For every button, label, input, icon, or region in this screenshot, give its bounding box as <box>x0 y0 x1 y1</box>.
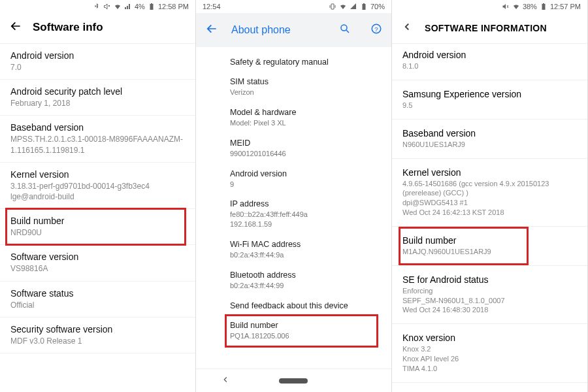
header-bar: SOFTWARE INFORMATION <box>392 13 587 44</box>
back-icon[interactable] <box>9 20 22 35</box>
row-value: M1AJQ.N960U1UES1ARJ9 <box>402 247 577 257</box>
settings-row[interactable]: Software statusOfficial <box>0 282 195 318</box>
settings-row[interactable]: Wi-Fi MAC addressb0:2a:43:ff:44:9a <box>196 235 391 265</box>
help-icon[interactable]: ? <box>370 23 382 37</box>
row-label: Knox version <box>402 333 577 343</box>
battery-icon <box>360 3 368 10</box>
settings-row[interactable]: IP addressfe80::b22a:43ff:feff:449a 192.… <box>196 194 391 235</box>
settings-row[interactable]: Build numberPQ1A.181205.006 <box>196 316 391 346</box>
row-label: Android version <box>10 50 185 61</box>
settings-row[interactable]: Android version7.0 <box>0 44 195 80</box>
row-label: Build number <box>402 235 577 246</box>
row-value: Official <box>10 300 185 310</box>
settings-list: Android version8.1.0Samsung Experience v… <box>392 44 587 392</box>
mute-icon <box>502 3 510 10</box>
row-value: fe80::b22a:43ff:feff:449a 192.168.1.59 <box>230 210 378 229</box>
settings-row[interactable]: Service provider SW ver.SAOMC_SM-N960U1_… <box>392 385 587 392</box>
settings-row[interactable]: Baseband versionMPSS.TH.2.0.1.c3.1-00018… <box>0 116 195 162</box>
settings-row[interactable]: Send feedback about this device <box>196 296 391 316</box>
settings-row[interactable]: Safety & regulatory manual <box>196 47 391 72</box>
battery-text: 38% <box>523 3 537 10</box>
row-value: N960U1UES1ARJ9 <box>402 140 577 150</box>
wifi-icon <box>512 3 520 10</box>
bluetooth-icon <box>93 3 101 10</box>
row-label: Android version <box>230 169 378 178</box>
row-label: Security software version <box>10 324 185 335</box>
row-value: Enforcing SEPF_SM-N960U1_8.1.0_0007 Wed … <box>402 286 577 316</box>
navigation-bar <box>196 368 391 392</box>
row-label: Software status <box>10 288 185 299</box>
panel-pixel-about-phone: 12:54 70% About phone ? Safety & regulat… <box>196 0 392 392</box>
settings-row[interactable]: Android version9 <box>196 164 391 195</box>
settings-row[interactable]: Android version8.1.0 <box>392 44 587 77</box>
nav-back-icon[interactable] <box>221 375 230 387</box>
settings-list: Android version7.0Android security patch… <box>0 44 195 392</box>
clock-text: 12:54 <box>203 3 221 10</box>
row-value: February 1, 2018 <box>10 98 185 108</box>
row-label: Send feedback about this device <box>230 301 378 310</box>
row-label: SE for Android status <box>402 274 577 285</box>
settings-row[interactable]: Android security patch levelFebruary 1, … <box>0 80 195 116</box>
row-value: 9.5 <box>402 101 577 110</box>
settings-list: Safety & regulatory manualSIM statusVeri… <box>196 47 391 368</box>
page-title: Software info <box>33 21 103 34</box>
search-icon[interactable] <box>339 23 351 37</box>
nav-home-pill[interactable] <box>279 378 308 384</box>
panel-samsung-software-info: 38% 12:57 PM SOFTWARE INFORMATION Androi… <box>392 0 588 392</box>
row-value: 7.0 <box>10 62 185 73</box>
row-value: MDF v3.0 Release 1 <box>10 336 185 346</box>
back-icon[interactable] <box>205 22 218 38</box>
clock-text: 12:58 PM <box>158 3 189 10</box>
settings-row[interactable]: Build numberM1AJQ.N960U1UES1ARJ9 <box>392 229 587 263</box>
row-label: Safety & regulatory manual <box>230 57 378 67</box>
status-bar: 12:54 70% <box>196 0 391 13</box>
settings-row[interactable]: SIM statusVerizon <box>196 72 391 103</box>
status-bar: 38% 12:57 PM <box>392 0 587 13</box>
row-label: Build number <box>230 321 378 330</box>
settings-row[interactable]: Bluetooth addressb0:2a:43:ff:44:99 <box>196 265 391 296</box>
settings-row[interactable]: Kernel version4.9.65-14501686 (gcc versi… <box>392 161 587 223</box>
settings-row[interactable]: Model & hardwareModel: Pixel 3 XL <box>196 103 391 133</box>
row-label: SIM status <box>230 77 378 86</box>
settings-row[interactable]: Kernel version3.18.31-perf-gd9701bd-0001… <box>0 163 195 209</box>
row-label: Wi-Fi MAC address <box>230 240 378 249</box>
page-title: About phone <box>231 24 319 36</box>
settings-row[interactable]: Knox versionKnox 3.2 Knox API level 26 T… <box>392 327 587 380</box>
row-label: Kernel version <box>402 167 577 178</box>
settings-row[interactable]: MEID99001201016446 <box>196 133 391 164</box>
settings-row[interactable]: Samsung Experience version9.5 <box>392 83 587 116</box>
row-value: MPSS.TH.2.0.1.c3.1-00018-M8996FAAAANAZM-… <box>10 134 185 155</box>
row-label: IP address <box>230 199 378 208</box>
settings-row[interactable]: Security software versionMDF v3.0 Releas… <box>0 318 195 353</box>
settings-row[interactable]: Software versionVS98816A <box>0 245 195 281</box>
row-label: Bluetooth address <box>230 270 378 280</box>
wifi-icon <box>339 3 347 10</box>
panel-lg-software-info: 4% 12:58 PM Software info Android versio… <box>0 0 196 392</box>
row-label: Android security patch level <box>10 86 185 97</box>
settings-row[interactable]: Build numberNRD90U <box>0 209 195 245</box>
header-bar: Software info <box>0 13 195 44</box>
row-label: Android version <box>402 50 577 60</box>
clock-text: 12:57 PM <box>550 3 581 10</box>
row-label: Kernel version <box>10 169 185 180</box>
vibrate-icon <box>329 3 336 10</box>
signal-text: 4% <box>135 3 145 10</box>
back-icon[interactable] <box>401 21 413 35</box>
row-value: NRD90U <box>10 227 185 238</box>
battery-text: 70% <box>370 3 385 10</box>
svg-text:?: ? <box>374 25 378 33</box>
battery-icon <box>540 3 547 10</box>
row-label: Model & hardware <box>230 108 378 117</box>
row-value: Verizon <box>230 88 378 97</box>
row-value: Knox 3.2 Knox API level 26 TIMA 4.1.0 <box>402 344 577 374</box>
row-value: b0:2a:43:ff:44:9a <box>230 250 378 260</box>
settings-row[interactable]: SE for Android statusEnforcing SEPF_SM-N… <box>392 269 587 321</box>
row-value: VS98816A <box>10 263 185 274</box>
row-label: Samsung Experience version <box>402 89 577 99</box>
settings-row[interactable]: Baseband versionN960U1UES1ARJ9 <box>392 122 587 155</box>
mute-icon <box>103 3 111 10</box>
signal-icon <box>350 3 357 10</box>
row-value: Model: Pixel 3 XL <box>230 118 378 128</box>
row-label: Baseband version <box>402 128 577 139</box>
status-bar: 4% 12:58 PM <box>0 0 195 13</box>
